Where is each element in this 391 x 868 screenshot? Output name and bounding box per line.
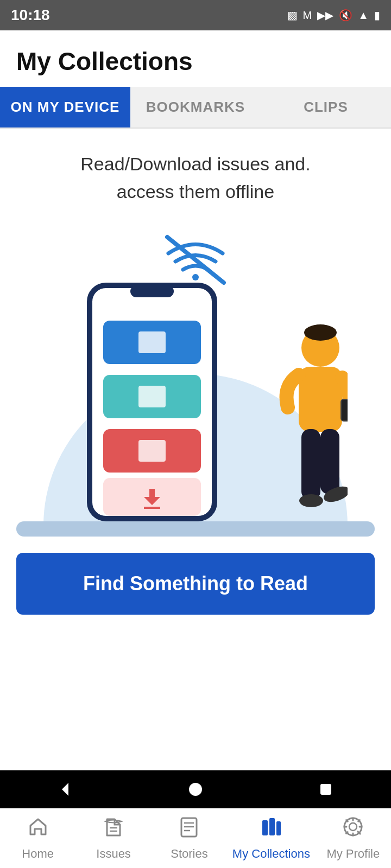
system-nav-bar	[0, 770, 391, 808]
tab-bookmarks[interactable]: BOOKMARKS	[130, 87, 261, 127]
tab-clips[interactable]: CLIPS	[261, 87, 391, 127]
svg-rect-26	[262, 820, 268, 835]
empty-state-text: Read/Download issues and. access them of…	[80, 150, 310, 206]
svg-rect-5	[138, 331, 166, 353]
nav-item-profile[interactable]: My Profile	[320, 816, 386, 861]
svg-rect-34	[320, 784, 331, 795]
svg-rect-27	[269, 818, 275, 835]
find-something-to-read-button[interactable]: Find Something to Read	[16, 553, 375, 615]
collections-icon	[260, 816, 282, 843]
wifi-off-icon	[163, 233, 228, 287]
svg-rect-16	[301, 429, 320, 500]
bottom-nav: Home Issues	[0, 808, 391, 868]
nav-label-home: Home	[22, 847, 54, 861]
svg-rect-3	[130, 285, 174, 297]
phone-illustration	[87, 283, 217, 521]
svg-marker-32	[62, 783, 68, 796]
status-icons: ▩ M ▶▶ 🔇 ▲ ▮	[287, 9, 380, 22]
home-button[interactable]	[185, 778, 206, 800]
issues-icon	[103, 816, 124, 843]
recent-button[interactable]	[315, 778, 337, 800]
nav-label-issues: Issues	[96, 847, 131, 861]
nav-label-stories: Stories	[171, 847, 207, 861]
nav-label-profile: My Profile	[326, 847, 380, 861]
wifi-icon: ▲	[358, 9, 369, 22]
stories-icon	[178, 816, 200, 843]
header: My Collections	[0, 30, 391, 87]
nav-item-stories[interactable]: Stories	[156, 816, 222, 861]
nav-item-home[interactable]: Home	[5, 816, 71, 861]
nav-label-collections: My Collections	[232, 847, 310, 861]
vibrate-icon: 🔇	[339, 9, 352, 22]
svg-rect-15	[341, 399, 348, 421]
back-button[interactable]	[54, 778, 76, 800]
svg-point-18	[299, 494, 323, 507]
ground-strip	[16, 521, 375, 537]
tabs-container: ON MY DEVICE BOOKMARKS CLIPS	[0, 87, 391, 129]
mail-icon: M	[303, 9, 312, 22]
status-time: 10:18	[11, 7, 50, 24]
home-icon	[27, 816, 49, 843]
status-bar: 10:18 ▩ M ▶▶ 🔇 ▲ ▮	[0, 0, 391, 30]
svg-rect-17	[320, 429, 339, 494]
tab-on-my-device[interactable]: ON MY DEVICE	[0, 87, 130, 127]
battery-icon: ▮	[374, 9, 380, 22]
profile-icon	[342, 816, 364, 843]
svg-rect-7	[138, 386, 166, 407]
svg-point-0	[192, 274, 199, 280]
svg-rect-9	[138, 440, 166, 462]
svg-point-30	[349, 823, 357, 831]
nav-item-issues[interactable]: Issues	[81, 816, 146, 861]
play-icon: ▶▶	[317, 9, 333, 22]
svg-point-13	[304, 324, 337, 341]
illustration	[16, 233, 375, 537]
svg-rect-28	[276, 821, 281, 835]
main-content: Read/Download issues and. access them of…	[0, 129, 391, 734]
person-illustration	[261, 315, 348, 521]
sms-icon: ▩	[287, 9, 298, 22]
nav-item-collections[interactable]: My Collections	[232, 816, 310, 861]
svg-point-33	[189, 783, 202, 796]
nav-items: Home Issues	[0, 808, 391, 868]
page-title: My Collections	[16, 47, 375, 76]
